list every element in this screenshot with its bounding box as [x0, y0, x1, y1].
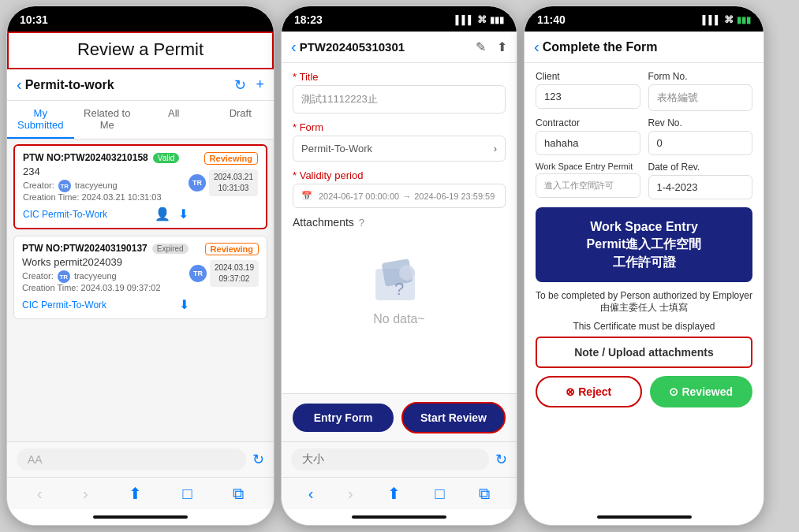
status-bar-2: 18:23 ▌▌▌ ⌘ ▮▮▮ [282, 6, 517, 32]
bottom-refresh-2[interactable]: ↻ [495, 451, 507, 468]
permit-banner: Work Space EntryPermit進入工作空間工作許可證 [536, 207, 752, 282]
form-no-label: Form No. [648, 71, 753, 82]
card-link-1[interactable]: CIC Permit-To-Work [23, 209, 107, 220]
s3-back-button[interactable]: ‹ [534, 38, 540, 56]
bottom-input-2[interactable] [291, 448, 489, 471]
permit-banner-title: Work Space EntryPermit進入工作空間工作許可證 [545, 218, 743, 271]
s2-header: ‹ PTW202405310301 ✎ ⬆ [282, 32, 517, 63]
badge-valid-1: Valid [153, 153, 180, 163]
bottom-refresh-1[interactable]: ↻ [252, 451, 264, 468]
back-chevron-icon: ‹ [17, 76, 22, 94]
nav-forward-safari-2[interactable]: › [348, 485, 353, 503]
badge-reviewing-1: Reviewing [204, 152, 258, 165]
help-icon[interactable]: ? [359, 217, 364, 229]
no-data-icon: ? [368, 249, 431, 312]
calendar-icon: 📅 [301, 191, 312, 201]
card-desc-2: Works permit2024039 [22, 256, 189, 268]
card-link-2[interactable]: CIC Permit-To-Work [22, 299, 106, 311]
card-creator-1: Creator: TR tracyyeung [23, 180, 189, 192]
card-creation-time-2: Creation Time: 2024.03.19 09:37:02 [22, 283, 189, 292]
permit-card-1[interactable]: PTW NO:PTW202403210158 Valid 234 Creator… [13, 144, 267, 229]
nav-share-safari-2[interactable]: ⬆ [387, 484, 401, 503]
reject-button[interactable]: ⊗ Reject [536, 376, 642, 407]
workspace-field: Work Space Entry Permit 進入工作空間許可 [536, 162, 640, 199]
nav-share-safari-1[interactable]: ⬆ [129, 484, 142, 503]
date-rev-label: Date of Rev. [648, 162, 753, 173]
s2-edit-icon[interactable]: ✎ [476, 39, 486, 54]
s2-back-button[interactable]: ‹ [291, 38, 297, 56]
form-no-input[interactable]: 表格編號 [648, 84, 753, 111]
date-range-row[interactable]: 📅 2024-06-17 00:00:00 → 2024-06-19 23:59… [293, 184, 506, 208]
reviewed-button[interactable]: ⊙ Reviewed [650, 376, 753, 407]
contractor-input[interactable]: hahaha [536, 131, 640, 155]
avatar-1: TR [189, 174, 206, 192]
add-icon[interactable]: + [256, 76, 264, 94]
validity-from: 2024-06-17 00:00:00 [319, 192, 399, 201]
client-label: Client [536, 71, 640, 82]
screen-1: 10:31 Review a Permit ‹ Permit-to-work ↻… [6, 6, 274, 526]
contractor-label: Contractor [536, 117, 640, 128]
s2-header-icons: ✎ ⬆ [476, 39, 507, 54]
back-button-1[interactable]: ‹ [17, 76, 22, 94]
svg-text:?: ? [394, 279, 404, 299]
permit-card-2[interactable]: PTW NO:PTW202403190137 Expired Works per… [13, 236, 267, 319]
nav-bookmarks-safari-1[interactable]: □ [183, 485, 192, 503]
time-1: 10:31 [20, 13, 48, 26]
ptw-no-2: PTW NO:PTW202403190137 [22, 243, 147, 254]
title-label: * Title [293, 71, 506, 83]
start-review-button[interactable]: Start Review [401, 402, 506, 433]
reject-label: Reject [578, 385, 611, 398]
contractor-revno-row: Contractor hahaha Rev No. 0 [536, 117, 752, 155]
form-select-value: Permit-To-Work [301, 143, 372, 154]
form-select[interactable]: Permit-To-Work › [293, 136, 506, 162]
employer-text: To be completed by Person authorized by … [536, 290, 752, 314]
note-upload-button[interactable]: Note / Upload attachments [536, 337, 752, 368]
client-field: Client 123 [536, 71, 640, 111]
form-no-field: Form No. 表格編號 [648, 71, 753, 111]
nav-back-safari-2[interactable]: ‹ [308, 485, 314, 503]
workspace-input[interactable]: 進入工作空間許可 [536, 173, 640, 198]
bottom-input-1[interactable] [17, 448, 246, 471]
attachments-label: Attachments [293, 216, 354, 229]
tab-my-submitted[interactable]: My Submitted [7, 101, 74, 139]
download-icon-1[interactable]: ⬇ [178, 206, 189, 221]
nav-tabs-safari-2[interactable]: ⧉ [479, 485, 490, 503]
nav-forward-safari-1[interactable]: › [83, 485, 88, 503]
action-row: ⊗ Reject ⊙ Reviewed [536, 376, 752, 407]
contractor-field: Contractor hahaha [536, 117, 640, 155]
s3-header: ‹ Complete the Form [525, 32, 764, 63]
bottom-bar-1: ↻ [7, 441, 274, 477]
date-rev-field: Date of Rev. 1-4-2023 [648, 162, 753, 199]
tab-all[interactable]: All [140, 101, 207, 139]
date-rev-input[interactable]: 1-4-2023 [648, 175, 753, 199]
wifi-icon: ⌘ [477, 14, 487, 25]
page-title: Review a Permit [21, 39, 259, 60]
badge-reviewing-2: Reviewing [205, 243, 259, 255]
nav-bookmarks-safari-2[interactable]: □ [435, 485, 445, 503]
tab-related-to-me[interactable]: Related to Me [74, 101, 141, 139]
title-input[interactable]: 測試11112223止 [293, 85, 506, 113]
screen-3: 11:40 ▌▌▌ ⌘ ▮▮▮ ‹ Complete the Form Clie… [524, 6, 764, 526]
client-input[interactable]: 123 [536, 84, 640, 109]
person-icon-1[interactable]: 👤 [155, 206, 170, 221]
refresh-icon[interactable]: ↻ [234, 76, 246, 94]
ptw-no-1: PTW NO:PTW202403210158 [23, 152, 148, 163]
nav-back-safari-1[interactable]: ‹ [37, 485, 43, 503]
tab-draft[interactable]: Draft [207, 101, 274, 139]
form-label: * Form [293, 121, 506, 133]
home-indicator-3 [525, 509, 764, 525]
card-creator-2: Creator: TR tracyyeung [22, 270, 189, 283]
download-icon-2[interactable]: ⬇ [179, 297, 189, 312]
status-bar-3: 11:40 ▌▌▌ ⌘ ▮▮▮ [525, 6, 764, 32]
home-indicator-1 [7, 509, 274, 525]
nav-actions-1: ↻ + [234, 76, 264, 94]
status-icons-2: ▌▌▌ ⌘ ▮▮▮ [456, 14, 504, 25]
entry-form-button[interactable]: Entry Form [293, 404, 394, 432]
battery-icon-3: ▮▮▮ [737, 15, 751, 25]
s2-bottom-actions: Entry Form Start Review [282, 393, 517, 441]
s2-share-icon[interactable]: ⬆ [497, 39, 507, 54]
tabs-row-1: My Submitted Related to Me All Draft [7, 101, 274, 140]
nav-tabs-safari-1[interactable]: ⧉ [233, 485, 244, 503]
time-3: 11:40 [537, 13, 566, 26]
rev-no-input[interactable]: 0 [648, 131, 753, 155]
